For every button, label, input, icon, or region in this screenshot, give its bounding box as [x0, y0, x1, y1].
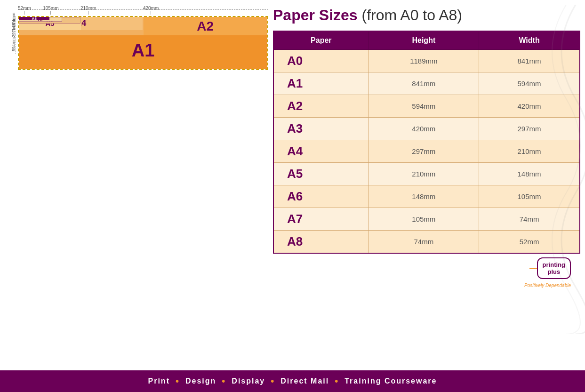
- height-cell: 297mm: [369, 140, 479, 163]
- col-header-height: Height: [369, 31, 479, 50]
- width-cell: 297mm: [479, 118, 580, 140]
- table-row: A01189mm841mm: [273, 50, 580, 72]
- table-row: A3420mm297mm: [273, 118, 580, 140]
- page-title: Paper Sizes (from A0 to A8): [273, 7, 580, 24]
- footer-item: Design: [185, 377, 216, 385]
- paper-name-cell: A8: [273, 231, 369, 254]
- ruler-top-420: 420mm: [143, 6, 159, 11]
- footer-item: Print: [148, 377, 170, 385]
- footer-dot: •: [222, 376, 226, 387]
- height-cell: 210mm: [369, 163, 479, 185]
- paper-name-cell: A1: [273, 72, 369, 95]
- title-light: (from A0 to A8): [358, 7, 462, 24]
- footer-item: Direct Mail: [280, 377, 329, 385]
- height-cell: 105mm: [369, 208, 479, 231]
- logo-printing: printing: [543, 261, 565, 268]
- table-row: A6148mm105mm: [273, 185, 580, 208]
- paper-name-cell: A3: [273, 118, 369, 140]
- table-row: A1841mm594mm: [273, 72, 580, 95]
- width-cell: 420mm: [479, 95, 580, 118]
- width-cell: 594mm: [479, 72, 580, 95]
- paper-a8-label: A8: [32, 16, 37, 21]
- left-ruler: 74mm 148mm 297mm 594mm: [5, 16, 18, 70]
- ruler-top-105: 105mm: [43, 6, 58, 11]
- paper-name-cell: A0: [273, 50, 369, 72]
- diagram-body: 74mm 148mm 297mm 594mm: [5, 16, 268, 70]
- width-cell: 74mm: [479, 208, 580, 231]
- height-cell: 148mm: [369, 185, 479, 208]
- height-cell: 74mm: [369, 231, 479, 254]
- width-cell: 52mm: [479, 231, 580, 254]
- height-cell: 1189mm: [369, 50, 479, 72]
- ruler-top-210: 210mm: [80, 6, 96, 11]
- logo-plus: plus: [547, 268, 560, 275]
- width-cell: 105mm: [479, 185, 580, 208]
- logo-tagline: Positively Dependable: [524, 283, 571, 288]
- footer: Print • Design • Display • Direct Mail •…: [0, 370, 585, 392]
- footer-dot: •: [176, 376, 180, 387]
- table-row: A874mm52mm: [273, 231, 580, 254]
- width-cell: 841mm: [479, 50, 580, 72]
- ruler-top-52: 52mm: [18, 6, 31, 11]
- paper-name-cell: A2: [273, 95, 369, 118]
- height-cell: 594mm: [369, 95, 479, 118]
- footer-dot: •: [271, 376, 275, 387]
- paper-a1-label: A1: [132, 40, 155, 61]
- top-ruler: 52mm 105mm 210mm 420mm: [18, 5, 268, 15]
- width-cell: 210mm: [479, 140, 580, 163]
- paper-name-cell: A7: [273, 208, 369, 231]
- footer-item: Training Courseware: [345, 377, 437, 385]
- paper-diagram: A0 1189 x 841mm A1 A2 A3: [18, 16, 268, 70]
- table-row: A5210mm148mm: [273, 163, 580, 185]
- height-cell: 420mm: [369, 118, 479, 140]
- table-row: A4297mm210mm: [273, 140, 580, 163]
- col-header-paper: Paper: [273, 31, 369, 50]
- title-bold: Paper Sizes: [273, 7, 358, 24]
- diagram-area: 52mm 105mm 210mm 420mm: [5, 5, 268, 368]
- table-row: A7105mm74mm: [273, 208, 580, 231]
- paper-name-cell: A5: [273, 163, 369, 185]
- footer-dot: •: [335, 376, 339, 387]
- paper-a1: A1: [19, 32, 267, 70]
- paper-a2-label: A2: [197, 19, 214, 34]
- footer-item: Display: [232, 377, 265, 385]
- paper-name-cell: A4: [273, 140, 369, 163]
- logo-dash: [529, 268, 537, 269]
- paper-name-cell: A6: [273, 185, 369, 208]
- table-row: A2594mm420mm: [273, 95, 580, 118]
- sizes-table: Paper Height Width A01189mm841mmA1841mm5…: [273, 31, 580, 254]
- logo-area: printing plus: [273, 257, 571, 279]
- height-cell: 841mm: [369, 72, 479, 95]
- logo-box: printing plus: [537, 257, 571, 279]
- content-area: 52mm 105mm 210mm 420mm: [0, 0, 585, 370]
- main-container: 52mm 105mm 210mm 420mm: [0, 0, 585, 392]
- paper-a8: A8: [19, 17, 49, 20]
- width-cell: 148mm: [479, 163, 580, 185]
- col-header-width: Width: [479, 31, 580, 50]
- right-area: Paper Sizes (from A0 to A8) Paper Height…: [273, 5, 580, 368]
- paper-a2: A2: [144, 17, 267, 35]
